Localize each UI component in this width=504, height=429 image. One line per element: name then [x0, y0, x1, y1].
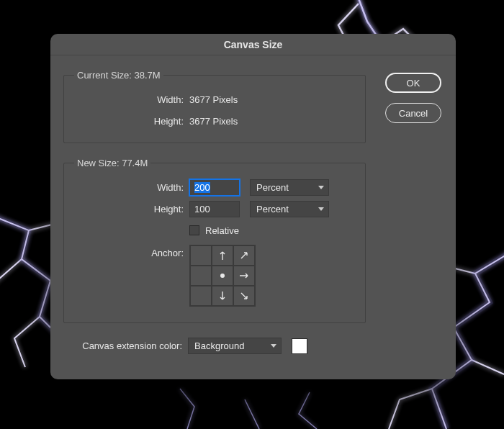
new-height-unit-value: Percent [256, 204, 289, 214]
chevron-down-icon [271, 344, 276, 348]
current-height-label: Height: [74, 116, 189, 127]
current-height-value: 3677 Pixels [189, 116, 238, 127]
chevron-down-icon [318, 186, 324, 189]
chevron-down-icon [318, 207, 324, 211]
relative-label: Relative [205, 225, 239, 236]
current-width-label: Width: [74, 94, 189, 105]
relative-checkbox[interactable] [189, 225, 199, 235]
new-width-unit-value: Percent [256, 182, 289, 193]
anchor-cell-ne[interactable] [233, 245, 255, 266]
extension-color-value: Background [194, 340, 244, 351]
extension-color-label: Canvas extension color: [63, 340, 182, 351]
new-size-group: New Size: 77.4M Width: Percent Height: P… [63, 158, 366, 323]
new-height-label: Height: [74, 204, 189, 214]
current-size-legend: Current Size: 38.7M [74, 70, 163, 81]
extension-color-swatch[interactable] [292, 338, 307, 354]
anchor-cell-se[interactable] [233, 286, 255, 306]
current-size-group: Current Size: 38.7M Width: 3677 Pixels H… [63, 70, 366, 143]
cancel-button[interactable]: Cancel [385, 103, 441, 123]
new-height-input[interactable] [189, 201, 240, 217]
anchor-grid [189, 245, 256, 307]
anchor-cell-n[interactable] [212, 245, 233, 266]
svg-point-1 [220, 274, 225, 278]
canvas-size-dialog: Canvas Size OK Cancel Current Size: 38.7… [50, 34, 456, 379]
new-width-unit-select[interactable]: Percent [250, 179, 329, 196]
anchor-label: Anchor: [74, 245, 189, 258]
new-height-unit-select[interactable]: Percent [250, 201, 329, 217]
anchor-cell-center[interactable] [212, 266, 233, 286]
ok-button[interactable]: OK [385, 73, 441, 93]
anchor-cell-sw[interactable] [190, 286, 212, 306]
anchor-cell-nw[interactable] [190, 245, 212, 266]
extension-color-select[interactable]: Background [188, 338, 282, 354]
dialog-title: Canvas Size [50, 34, 456, 55]
new-width-label: Width: [74, 182, 189, 193]
new-width-input[interactable] [189, 179, 240, 196]
current-width-value: 3677 Pixels [189, 94, 238, 105]
anchor-cell-s[interactable] [212, 286, 233, 306]
anchor-cell-e[interactable] [233, 266, 255, 286]
anchor-cell-w[interactable] [190, 266, 212, 286]
new-size-legend: New Size: 77.4M [74, 158, 150, 168]
